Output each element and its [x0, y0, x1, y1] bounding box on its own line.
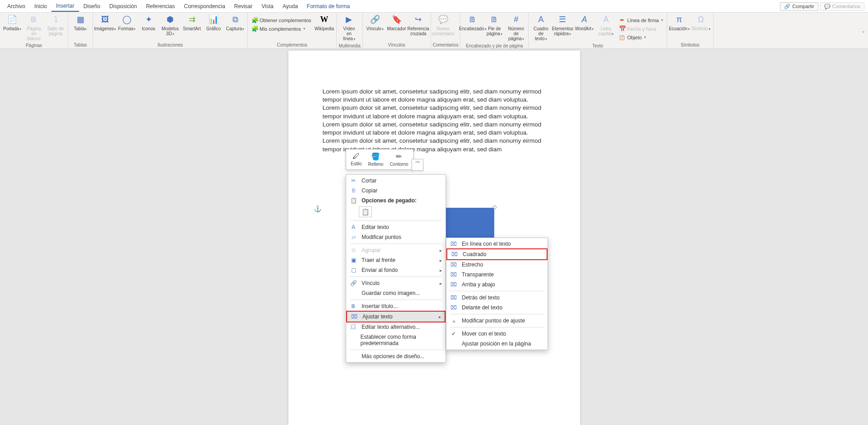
header-icon: 🗎	[467, 14, 478, 25]
smartart-button[interactable]: ⇉SmartArt	[181, 14, 202, 32]
equation-icon: π	[674, 14, 685, 25]
sendback-icon: ▢	[350, 267, 357, 273]
ctx-vinculo[interactable]: 🔗Vínculo▸	[346, 278, 446, 288]
elementos-rapidos-button[interactable]: ☰Elementos rápidos▾	[552, 14, 573, 37]
ctx-cortar[interactable]: ✂Cortar	[346, 176, 446, 186]
portada-button[interactable]: 📄Portada▾	[2, 14, 23, 33]
ctx-ajustar-texto[interactable]: ⌧Ajustar texto▸	[346, 311, 446, 322]
comment-icon: 💬	[438, 14, 449, 25]
ctx-mas-opciones[interactable]: Más opciones de diseño...	[346, 351, 446, 361]
iconos-button[interactable]: ✦Iconos	[138, 14, 159, 32]
group-label-simbolos: Símbolos	[669, 42, 711, 48]
share-icon: 🔗	[784, 4, 790, 9]
object-icon: ◫	[619, 34, 625, 41]
contorno-button[interactable]: ✏Contorno	[387, 151, 411, 168]
formas-button[interactable]: ◯Formas▾	[116, 14, 137, 33]
bringfront-icon: ▣	[350, 257, 357, 263]
ctx-insertar-titulo[interactable]: 🗎Insertar título...	[346, 301, 446, 311]
page-number-icon: #	[511, 14, 521, 25]
tab-diseno[interactable]: Diseño	[79, 1, 105, 11]
group-label-multimedia: Multimedia	[339, 42, 360, 49]
layout-options-button[interactable]: ⌒	[412, 159, 423, 171]
bookmark-icon: 🔖	[391, 14, 402, 25]
tab-correspondencia[interactable]: Correspondencia	[179, 1, 229, 11]
group-label-encabezado: Encabezado y pie de página	[462, 42, 526, 49]
sub-modificar-ajuste[interactable]: ⟁Modificar puntos de ajuste	[446, 316, 548, 326]
sub-mover-texto[interactable]: ✓Mover con el texto	[446, 329, 548, 339]
tab-inicio[interactable]: Inicio	[30, 1, 51, 11]
infront-icon: ⌧	[450, 304, 457, 311]
mis-complementos-button[interactable]: 🧩Mis complementos▾	[250, 25, 313, 33]
wikipedia-button[interactable]: WWikipedia	[314, 14, 334, 32]
tabla-button[interactable]: ▦Tabla▾	[70, 14, 91, 33]
edittext-icon: A	[350, 224, 357, 230]
link-icon: 🔗	[350, 280, 357, 286]
ctx-predeterminada[interactable]: Establecer como forma predeterminada	[346, 332, 446, 348]
sub-transparente[interactable]: ⌧Transparente	[446, 270, 548, 280]
tab-vista[interactable]: Vista	[257, 1, 278, 11]
ctx-copiar[interactable]: ⎘Copiar	[346, 186, 446, 196]
ctx-guardar-imagen[interactable]: Guardar como imagen...	[346, 288, 446, 298]
marcador-button[interactable]: 🔖Marcador	[386, 14, 407, 32]
chart-icon: 📊	[208, 14, 219, 25]
linea-firma-button[interactable]: ✒Línea de firma▾	[617, 16, 664, 24]
paste-option-button[interactable]: 📋	[359, 206, 372, 217]
modelos3d-button[interactable]: ⬢Modelos 3D▾	[160, 14, 181, 37]
ctx-traer-frente[interactable]: ▣Traer al frente▸	[346, 255, 446, 265]
tab-disposicion[interactable]: Disposición	[105, 1, 141, 11]
relleno-button[interactable]: 🪣Relleno	[365, 151, 386, 168]
imagenes-button[interactable]: 🖼Imágenes▾	[95, 14, 116, 33]
wordart-button[interactable]: AWordArt▾	[574, 14, 594, 33]
ctx-editar-texto[interactable]: AEditar texto	[346, 222, 446, 232]
topbottom-icon: ⌧	[450, 281, 457, 288]
numero-pagina-button[interactable]: #Número de página▾	[506, 14, 526, 42]
tab-ayuda[interactable]: Ayuda	[278, 1, 302, 11]
sub-cuadrado[interactable]: ⌧Cuadrado	[446, 248, 548, 260]
ctx-enviar-fondo[interactable]: ▢Enviar al fondo▸	[346, 265, 446, 275]
encabezado-button[interactable]: 🗎Encabezado▾	[462, 14, 483, 33]
ctx-editar-alt[interactable]: ⿴Editar texto alternativo...	[346, 322, 446, 332]
sub-delante[interactable]: ⌧Delante del texto	[446, 303, 548, 313]
collapse-ribbon-button[interactable]: ⌄	[861, 28, 865, 34]
referencia-cruzada-button[interactable]: ↪Referencia cruzada	[408, 14, 429, 37]
sub-estrecho[interactable]: ⌧Estrecho	[446, 260, 548, 270]
check-icon: ✓	[450, 331, 457, 337]
vinculo-button[interactable]: 🔗Vínculo▾	[365, 14, 385, 33]
obtener-complementos-button[interactable]: 🧩Obtener complementos	[250, 16, 313, 24]
sub-detras[interactable]: ⌧Detrás del texto	[446, 293, 548, 303]
comments-button[interactable]: 💬Comentarios	[820, 2, 864, 11]
page-break-icon: ⤵	[50, 14, 61, 25]
body-text[interactable]: Lorem ipsum dolor sit amet, consetetur s…	[323, 88, 546, 154]
tab-referencias[interactable]: Referencias	[141, 1, 179, 11]
textbox-icon: A	[535, 14, 546, 25]
symbol-icon: Ω	[696, 14, 706, 25]
ctx-modificar-puntos[interactable]: ▱Modificar puntos	[346, 232, 446, 242]
video-icon: ▶	[343, 14, 354, 25]
inline-icon: ⌧	[450, 241, 457, 247]
captura-button[interactable]: ⧉Captura▾	[225, 14, 246, 33]
caption-icon: 🗎	[350, 303, 357, 309]
layout-options-icon: ⌒	[414, 161, 421, 169]
video-button[interactable]: ▶Vídeo en línea▾	[339, 14, 359, 42]
sub-en-linea[interactable]: ⌧En línea con el texto	[446, 239, 548, 249]
cuadro-texto-button[interactable]: ACuadro de texto▾	[530, 14, 551, 42]
ecuacion-button[interactable]: πEcuación▾	[669, 14, 690, 33]
wikipedia-icon: W	[319, 14, 330, 25]
sub-ajustar-posicion[interactable]: Ajustar posición en la página	[446, 339, 548, 349]
resize-handle-tr[interactable]	[493, 205, 497, 209]
sub-arriba-abajo[interactable]: ⌧Arriba y abajo	[446, 280, 548, 290]
ctx-agrupar: ⧉Agrupar▸	[346, 245, 446, 255]
link-icon: 🔗	[370, 14, 381, 25]
tab-formato-forma[interactable]: Formato de forma	[302, 1, 354, 11]
tab-insertar[interactable]: Insertar	[51, 1, 79, 12]
objeto-button[interactable]: ◫Objeto▾	[617, 33, 664, 41]
pie-pagina-button[interactable]: 🗎Pie de página▾	[484, 14, 505, 37]
pictures-icon: 🖼	[100, 14, 111, 25]
share-button[interactable]: 🔗Compartir	[780, 2, 818, 11]
estilo-button[interactable]: 🖊Estilo	[348, 151, 364, 168]
tab-revisar[interactable]: Revisar	[230, 1, 257, 11]
tab-archivo[interactable]: Archivo	[3, 1, 30, 11]
crossref-icon: ↪	[413, 14, 424, 25]
blank-page-icon: 🗎	[28, 14, 39, 25]
grafico-button[interactable]: 📊Gráfico	[203, 14, 224, 32]
